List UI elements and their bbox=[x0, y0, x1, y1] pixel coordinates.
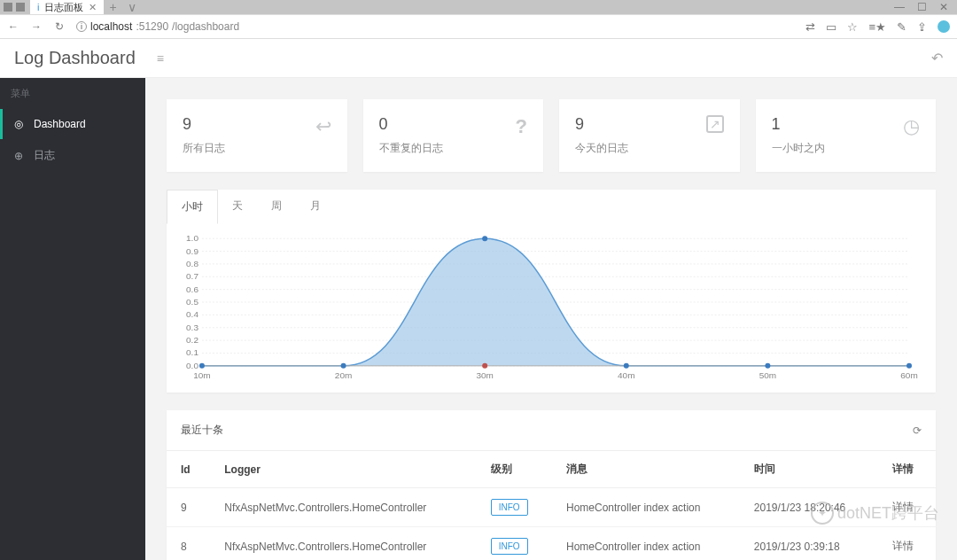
maximize-icon[interactable]: ☐ bbox=[917, 1, 927, 13]
detail-link[interactable]: 详情 bbox=[892, 540, 914, 552]
address-bar[interactable]: i localhost:51290/logdashboard bbox=[76, 20, 795, 33]
url-host: localhost bbox=[90, 20, 132, 33]
cell-message: HomeController index action bbox=[552, 527, 740, 561]
reading-icon[interactable]: ▭ bbox=[826, 20, 836, 34]
browser-titlebar: i 日志面板 ✕ + ∨ — ☐ ✕ bbox=[0, 0, 957, 14]
favorite-icon[interactable]: ☆ bbox=[847, 20, 858, 34]
cell-detail: 详情 bbox=[878, 527, 936, 561]
cell-logger: NfxAspNetMvc.Controllers.HomeController bbox=[210, 488, 476, 527]
tab-dropdown-icon[interactable]: ∨ bbox=[122, 0, 142, 14]
svg-point-25 bbox=[341, 363, 346, 369]
info-icon[interactable]: i bbox=[76, 21, 87, 32]
card-label: 不重复的日志 bbox=[379, 141, 443, 156]
tab-month[interactable]: 月 bbox=[296, 190, 335, 224]
tab-week[interactable]: 周 bbox=[257, 190, 296, 224]
level-badge: INFO bbox=[491, 499, 528, 516]
svg-text:0.6: 0.6 bbox=[186, 284, 198, 294]
profile-icon[interactable] bbox=[938, 20, 950, 33]
svg-text:20m: 20m bbox=[335, 370, 352, 380]
translate-icon[interactable]: ⇄ bbox=[805, 20, 815, 34]
app-body: 菜单 ◎ Dashboard ⊕ 日志 9 所有日志 ↩ 0 不重复的日志 bbox=[0, 78, 957, 560]
external-link-icon: ↗ bbox=[706, 115, 724, 133]
sidebar-item-logs[interactable]: ⊕ 日志 bbox=[0, 139, 145, 172]
sidebar: 菜单 ◎ Dashboard ⊕ 日志 bbox=[0, 78, 145, 560]
forward-icon[interactable]: → bbox=[30, 20, 43, 33]
svg-point-34 bbox=[906, 363, 912, 369]
card-unique-logs[interactable]: 0 不重复的日志 ? bbox=[363, 99, 544, 172]
card-label: 今天的日志 bbox=[575, 141, 628, 156]
chart-area: 0.00.10.20.30.40.50.60.70.80.91.010m20m3… bbox=[167, 224, 936, 393]
cell-level: INFO bbox=[477, 527, 552, 561]
svg-point-28 bbox=[482, 363, 487, 369]
card-value: 9 bbox=[183, 115, 225, 134]
col-level: 级别 bbox=[477, 451, 552, 488]
page-title: Log Dashboard bbox=[14, 48, 136, 68]
svg-text:0.3: 0.3 bbox=[186, 323, 198, 332]
app-header: Log Dashboard ≡ ↶ bbox=[0, 39, 957, 78]
titlebar-icon bbox=[4, 3, 12, 12]
minimize-icon[interactable]: — bbox=[894, 1, 905, 13]
svg-point-30 bbox=[624, 363, 629, 369]
url-path: /logdashboard bbox=[172, 20, 239, 33]
window-close-icon[interactable]: ✕ bbox=[939, 1, 948, 13]
cell-message: HomeController index action bbox=[552, 488, 740, 527]
tab-title: 日志面板 bbox=[44, 1, 83, 14]
notes-icon[interactable]: ✎ bbox=[897, 20, 906, 34]
col-logger: Logger bbox=[210, 451, 476, 488]
card-all-logs[interactable]: 9 所有日志 ↩ bbox=[167, 99, 347, 172]
col-detail: 详情 bbox=[878, 451, 936, 488]
new-tab-button[interactable]: + bbox=[104, 0, 121, 14]
recent-table: Id Logger 级别 消息 时间 详情 9 NfxAspNetMvc.Con… bbox=[167, 451, 936, 560]
tab-hour[interactable]: 小时 bbox=[167, 190, 218, 224]
refresh-icon[interactable]: ⟳ bbox=[913, 424, 922, 437]
favorites-list-icon[interactable]: ≡★ bbox=[868, 20, 886, 34]
svg-point-27 bbox=[482, 236, 487, 241]
card-label: 一小时之内 bbox=[772, 141, 825, 156]
stat-cards-row: 9 所有日志 ↩ 0 不重复的日志 ? 9 今天的日志 ↗ bbox=[167, 99, 936, 172]
table-row: 8 NfxAspNetMvc.Controllers.HomeControlle… bbox=[167, 527, 936, 561]
cell-time: 2019/1/23 0:39:18 bbox=[740, 527, 878, 561]
titlebar-icon bbox=[16, 3, 25, 12]
col-time: 时间 bbox=[740, 451, 878, 488]
card-value: 9 bbox=[575, 115, 628, 134]
svg-point-32 bbox=[765, 363, 770, 369]
clock-icon: ◷ bbox=[903, 115, 920, 138]
sidebar-item-dashboard[interactable]: ◎ Dashboard bbox=[0, 109, 145, 139]
card-value: 0 bbox=[379, 115, 443, 134]
svg-text:30m: 30m bbox=[476, 370, 493, 380]
refresh-icon[interactable]: ↻ bbox=[53, 20, 66, 33]
col-message: 消息 bbox=[552, 451, 740, 488]
svg-text:0.2: 0.2 bbox=[186, 335, 198, 345]
cell-level: INFO bbox=[477, 488, 552, 527]
svg-point-23 bbox=[199, 363, 205, 369]
tab-day[interactable]: 天 bbox=[218, 190, 257, 224]
cell-id: 8 bbox=[167, 527, 210, 561]
reply-icon[interactable]: ↶ bbox=[931, 50, 943, 66]
logs-icon: ⊕ bbox=[12, 150, 25, 162]
level-badge: INFO bbox=[491, 538, 528, 555]
card-value: 1 bbox=[772, 115, 825, 134]
svg-text:50m: 50m bbox=[759, 370, 776, 380]
close-icon[interactable]: ✕ bbox=[89, 2, 97, 13]
sidebar-item-label: 日志 bbox=[34, 148, 55, 163]
sidebar-section-label: 菜单 bbox=[0, 78, 145, 109]
browser-tab[interactable]: i 日志面板 ✕ bbox=[30, 0, 104, 14]
share-icon[interactable]: ⇪ bbox=[917, 20, 927, 34]
svg-text:0.7: 0.7 bbox=[186, 271, 198, 281]
titlebar-left bbox=[0, 3, 25, 12]
back-icon[interactable]: ← bbox=[7, 20, 19, 33]
dashboard-icon: ◎ bbox=[12, 118, 25, 130]
detail-link[interactable]: 详情 bbox=[892, 501, 914, 513]
svg-text:1.0: 1.0 bbox=[186, 233, 198, 243]
svg-text:10m: 10m bbox=[193, 370, 210, 380]
card-hour-logs[interactable]: 1 一小时之内 ◷ bbox=[756, 99, 937, 172]
browser-navbar: ← → ↻ i localhost:51290/logdashboard ⇄ ▭… bbox=[0, 14, 957, 39]
cell-id: 9 bbox=[167, 488, 210, 527]
table-header-row: Id Logger 级别 消息 时间 详情 bbox=[167, 451, 936, 488]
svg-text:0.5: 0.5 bbox=[186, 297, 198, 307]
menu-toggle-icon[interactable]: ≡ bbox=[157, 51, 164, 66]
card-today-logs[interactable]: 9 今天的日志 ↗ bbox=[559, 99, 740, 172]
svg-text:0.1: 0.1 bbox=[186, 347, 198, 357]
svg-text:0.9: 0.9 bbox=[186, 246, 198, 256]
area-chart: 0.00.10.20.30.40.50.60.70.80.91.010m20m3… bbox=[175, 233, 918, 384]
